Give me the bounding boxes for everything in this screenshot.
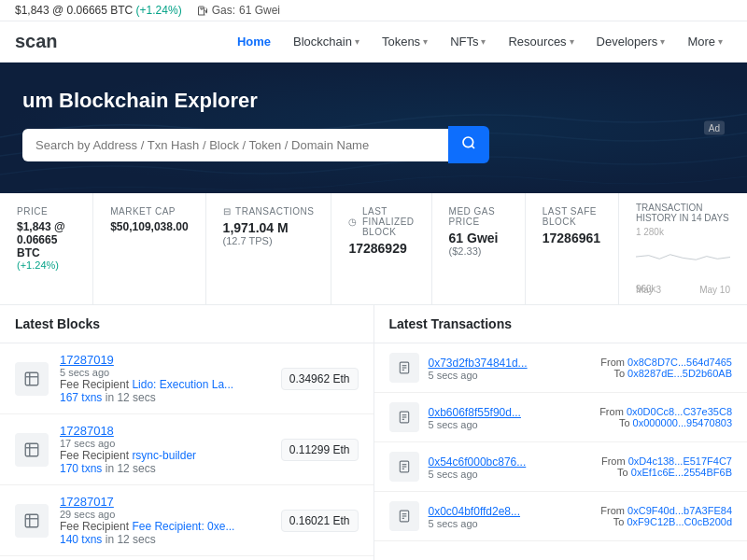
search-input[interactable] — [22, 129, 448, 161]
nav-home[interactable]: Home — [228, 29, 280, 54]
stat-chart: TRANSACTION HISTORY IN 14 DAYS 1 280k 96… — [619, 193, 747, 304]
block-number[interactable]: 17287017 — [60, 495, 114, 509]
block-reward: 0.34962 Eth — [281, 368, 359, 390]
block-fee-recipient: Fee Recipient Fee Recipient: 0xe... — [60, 520, 270, 533]
txns-list: 0x73d2fb374841d... 5 secs ago From 0x8C8… — [374, 343, 748, 541]
block-txn-count: 140 txns in 12 secs — [60, 533, 270, 546]
blocks-list: 17287019 5 secs ago Fee Recipient Lido: … — [0, 343, 374, 560]
eth-price-change: (+1.24%) — [17, 259, 76, 271]
gas-price-usd: ($2.33) — [449, 245, 508, 257]
block-fee-recipient: Fee Recipient Lido: Execution La... — [60, 378, 270, 391]
txn-addresses: From 0xD4c138...E517F4C7 To 0xEf1c6E...2… — [601, 455, 732, 478]
txn-addresses: From 0xC9F40d...b7A3FE84 To 0xF9C12B...C… — [600, 505, 732, 527]
txn-time: 5 secs ago — [429, 469, 592, 480]
chart-y-max: 1 280k — [636, 227, 664, 237]
topbar: $1,843 @ 0.06665 BTC (+1.24%) Gas: 61 Gw… — [0, 0, 747, 21]
txn-to: To 0x8287dE...5D2b60AB — [600, 368, 732, 379]
stat-last-finalized: ◷ LAST FINALIZED BLOCK 17286929 — [331, 193, 431, 304]
main-content: Latest Blocks 17287019 5 secs ago Fee Re… — [0, 305, 747, 560]
block-icon — [15, 433, 49, 467]
cube-icon — [23, 512, 40, 529]
txn-from: From 0xD4c138...E517F4C7 — [601, 455, 732, 467]
chevron-down-icon: ▾ — [423, 36, 428, 47]
txn-info: 0x73d2fb374841d... 5 secs ago — [429, 356, 592, 381]
search-icon — [461, 135, 476, 150]
nav-developers[interactable]: Developers ▾ — [587, 29, 675, 54]
block-reward: 0.11299 Eth — [281, 439, 359, 461]
txn-from: From 0x8C8D7C...564d7465 — [600, 357, 732, 368]
nav-blockchain[interactable]: Blockchain ▾ — [284, 29, 369, 54]
chart-y-min: 960k — [636, 284, 730, 294]
svg-rect-7 — [25, 514, 38, 527]
nav-more[interactable]: More ▾ — [678, 29, 732, 54]
block-number[interactable]: 17287018 — [60, 424, 114, 438]
hero-title: um Blockchain Explorer — [22, 89, 725, 113]
block-list-item: 17287018 17 secs ago Fee Recipient rsync… — [0, 414, 374, 485]
txn-hash[interactable]: 0xb606f8f55f90d... — [429, 406, 521, 419]
chart-label: TRANSACTION HISTORY IN 14 DAYS — [636, 203, 730, 223]
txn-icon — [389, 402, 419, 432]
document-icon — [398, 411, 411, 424]
chevron-down-icon: ▾ — [355, 36, 359, 47]
chevron-down-icon: ▾ — [570, 36, 574, 47]
txn-addresses: From 0x0D0Cc8...C37e35C8 To 0x000000...9… — [599, 406, 732, 428]
stat-med-gas: MED GAS PRICE 61 Gwei ($2.33) — [432, 193, 526, 304]
block-txn-count: 167 txns in 12 secs — [60, 391, 270, 404]
eth-price-topbar: $1,843 @ 0.06665 BTC (+1.24%) — [15, 4, 182, 17]
eth-price-value: $1,843 @ 0.06665 BTC — [17, 220, 76, 259]
blocks-panel-header: Latest Blocks — [0, 305, 374, 343]
nav-nfts[interactable]: NFTs ▾ — [441, 29, 495, 54]
chart-area: 1 280k 960k — [636, 227, 730, 283]
txn-time: 5 secs ago — [429, 419, 591, 430]
svg-rect-4 — [25, 443, 38, 456]
txn-hash[interactable]: 0x54c6f000bc876... — [429, 455, 527, 469]
block-info: 17287019 5 secs ago Fee Recipient Lido: … — [60, 353, 270, 404]
block-list-item: 17287016 41 secs ago Fee Recipient build… — [0, 556, 374, 560]
chevron-down-icon: ▾ — [660, 36, 665, 47]
block-icon — [15, 362, 49, 396]
navbar: scan Home Blockchain ▾ Tokens ▾ NFTs ▾ R… — [0, 21, 747, 63]
txn-from: From 0x0D0Cc8...C37e35C8 — [599, 406, 732, 417]
txn-info: 0x54c6f000bc876... 5 secs ago — [429, 455, 592, 480]
nav-tokens[interactable]: Tokens ▾ — [373, 29, 437, 54]
txn-list-item: 0x73d2fb374841d... 5 secs ago From 0x8C8… — [374, 343, 748, 393]
hero-section: um Blockchain Explorer Ad — [0, 63, 747, 193]
safe-block-value: 17286961 — [543, 231, 601, 245]
blocks-panel: Latest Blocks 17287019 5 secs ago Fee Re… — [0, 305, 374, 560]
clock-icon: ◷ — [348, 217, 358, 227]
block-list-item: 17287019 5 secs ago Fee Recipient Lido: … — [0, 343, 374, 414]
txn-list-item: 0xb606f8f55f90d... 5 secs ago From 0x0D0… — [374, 393, 748, 442]
gas-pump-icon — [197, 5, 208, 16]
document-icon — [398, 510, 411, 523]
block-icon — [15, 504, 49, 538]
txn-info: 0x0c04bf0ffd2e8... 5 secs ago — [429, 504, 592, 529]
market-cap-value: $50,109,038.00 — [110, 220, 188, 233]
txn-to: To 0xF9C12B...C0cB200d — [600, 516, 732, 527]
nav-links: Home Blockchain ▾ Tokens ▾ NFTs ▾ Resour… — [228, 29, 732, 54]
stat-eth-price: PRICE $1,843 @ 0.06665 BTC (+1.24%) — [0, 193, 93, 304]
txn-hash[interactable]: 0x73d2fb374841d... — [429, 357, 528, 370]
block-txn-count: 170 txns in 12 secs — [60, 462, 270, 475]
chevron-down-icon: ▾ — [718, 36, 723, 47]
block-time: 17 secs ago — [60, 438, 270, 449]
gas-price-value: 61 Gwei — [449, 231, 508, 245]
txn-to: To 0x000000...95470803 — [599, 417, 732, 428]
txns-panel: Latest Transactions 0x73d2fb374841d... 5… — [374, 305, 748, 560]
txn-list-item: 0x54c6f000bc876... 5 secs ago From 0xD4c… — [374, 442, 748, 492]
search-button[interactable] — [448, 126, 489, 163]
ad-badge: Ad — [704, 121, 725, 135]
txns-panel-header: Latest Transactions — [374, 305, 748, 343]
txn-hash[interactable]: 0x0c04bf0ffd2e8... — [429, 505, 521, 518]
gas-info: Gas: 61 Gwei — [197, 4, 280, 17]
chevron-down-icon: ▾ — [481, 36, 486, 47]
search-bar — [22, 126, 489, 163]
svg-rect-1 — [25, 372, 38, 385]
block-info: 17287018 17 secs ago Fee Recipient rsync… — [60, 424, 270, 475]
block-number[interactable]: 17287019 — [60, 353, 114, 367]
txn-from: From 0xC9F40d...b7A3FE84 — [600, 505, 732, 516]
block-reward: 0.16021 Eth — [281, 510, 359, 532]
txn-count: 1,971.04 M — [223, 220, 315, 235]
stats-row: PRICE $1,843 @ 0.06665 BTC (+1.24%) MARK… — [0, 193, 747, 305]
cube-icon — [23, 371, 40, 387]
nav-resources[interactable]: Resources ▾ — [499, 29, 583, 54]
